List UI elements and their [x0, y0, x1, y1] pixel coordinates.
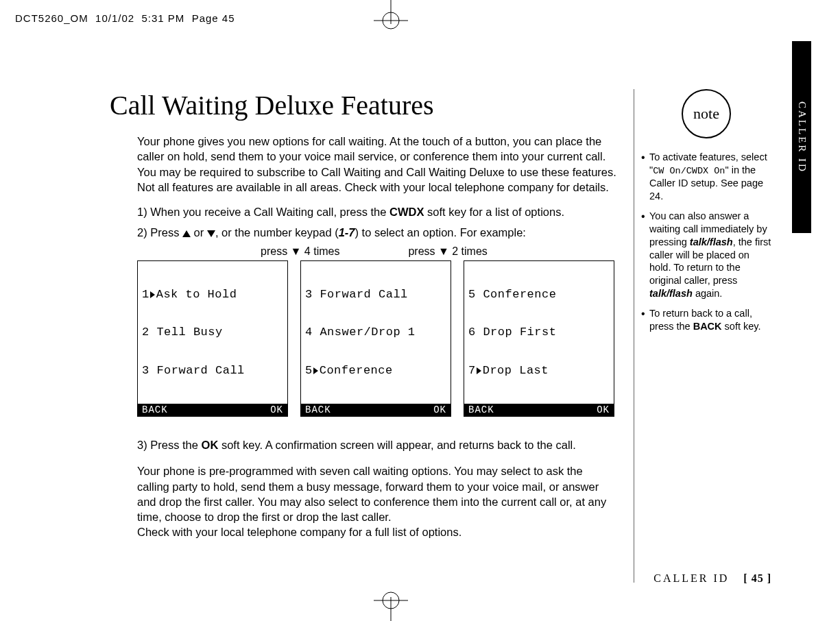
step-2: 2) Press or , or the number keypad (1-7)…: [137, 225, 617, 241]
lcd-screen-1: 1Ask to Hold 2 Tell Busy 3 Forward Call …: [137, 260, 288, 417]
step-3: 3) Press the OK soft key. A confirmation…: [137, 437, 617, 454]
crop-mark-top-icon: [370, 0, 411, 34]
pointer-icon: [313, 367, 318, 374]
page-title: Call Waiting Deluxe Features: [110, 89, 617, 121]
lcd-screen-3: 5 Conference 6 Drop First 7Drop Last BAC…: [464, 260, 614, 417]
note-badge-icon: note: [682, 89, 731, 138]
intro-paragraph: Your phone gives you new options for cal…: [137, 134, 617, 195]
soft-key-back: BACK: [468, 404, 494, 415]
note-item-3: To return back to a call, press the BACK…: [641, 307, 771, 333]
page-footer: CALLER ID [ 45 ]: [653, 572, 771, 585]
press-labels: press ▼ 4 times press ▼ 2 times: [137, 245, 617, 258]
outro-paragraph: Your phone is pre-programmed with seven …: [137, 463, 617, 539]
footer-section: CALLER ID: [653, 572, 729, 584]
pointer-icon: [150, 291, 155, 298]
main-content: Call Waiting Deluxe Features Your phone …: [110, 89, 617, 550]
press-label-2: press ▼ 2 times: [408, 245, 487, 258]
soft-key-ok: OK: [433, 404, 446, 415]
soft-key-back: BACK: [305, 404, 331, 415]
soft-key-ok: OK: [597, 404, 610, 415]
soft-key-back: BACK: [142, 404, 168, 415]
svg-point-2: [383, 12, 399, 29]
press-label-1: press ▼ 4 times: [261, 245, 339, 258]
step-1: 1) When you receive a Call Waiting call,…: [137, 204, 617, 221]
page-number: [ 45 ]: [743, 572, 771, 584]
note-item-1: To activate features, select "CW On/CWDX…: [641, 151, 771, 203]
section-tab: CALLER ID: [792, 41, 811, 233]
vertical-rule: [634, 89, 634, 583]
sidebar-notes: note To activate features, select "CW On…: [641, 89, 771, 340]
svg-point-5: [383, 592, 399, 609]
up-arrow-icon: [182, 230, 191, 237]
pointer-icon: [477, 367, 481, 374]
down-arrow-icon: [207, 230, 215, 237]
lcd-screen-2: 3 Forward Call 4 Answer/Drop 1 5Conferen…: [300, 260, 451, 417]
note-item-2: You can also answer a waiting call immed…: [641, 210, 771, 300]
print-header: DCT5260_OM 10/1/02 5:31 PM Page 45: [15, 12, 235, 24]
lcd-screens-row: 1Ask to Hold 2 Tell Busy 3 Forward Call …: [137, 260, 617, 417]
soft-key-ok: OK: [270, 404, 283, 415]
crop-mark-bottom-icon: [370, 587, 411, 621]
